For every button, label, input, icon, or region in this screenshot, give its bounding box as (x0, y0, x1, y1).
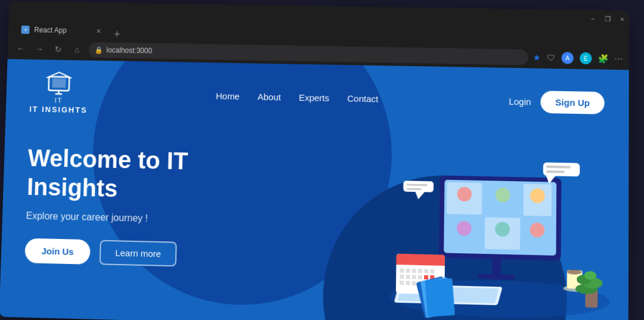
url-text: localhost:3000 (106, 46, 152, 55)
close-window-button[interactable]: × (620, 16, 624, 23)
menu-icon[interactable]: ⋯ (614, 54, 623, 64)
logo-icon (44, 72, 74, 96)
join-us-button[interactable]: Join Us (24, 238, 91, 265)
svg-rect-46 (400, 281, 404, 285)
minimize-button[interactable]: − (591, 15, 595, 22)
svg-rect-60 (425, 278, 455, 317)
hero-title: Welcome to IT Insights (26, 144, 253, 206)
new-tab-button[interactable]: + (110, 29, 124, 39)
page-content: IT IT INSIGHTS Home About Experts Contac… (0, 59, 629, 320)
svg-rect-40 (400, 275, 404, 279)
nav-about[interactable]: About (258, 92, 281, 102)
back-button[interactable]: ← (14, 41, 28, 55)
browser-window: − ❐ × ⚛ React App × + ← → ↻ ⌂ 🔒 localhos… (0, 1, 629, 320)
active-tab[interactable]: ⚛ React App × (14, 21, 109, 39)
hero-subtitle: Explore your career journey ! (26, 210, 604, 234)
home-button[interactable]: ⌂ (70, 42, 84, 57)
shield-icon[interactable]: 🛡 (547, 53, 555, 63)
hero-section: Welcome to IT Insights Explore your care… (1, 125, 629, 278)
screenshot-wrapper: − ❐ × ⚛ React App × + ← → ↻ ⌂ 🔒 localhos… (0, 0, 644, 320)
restore-button[interactable]: ❐ (605, 15, 611, 22)
logo-text: IT IT INSIGHTS (29, 95, 88, 115)
profile-icon[interactable]: A (562, 52, 574, 64)
login-button[interactable]: Login (509, 97, 531, 107)
lock-icon: 🔒 (95, 46, 103, 54)
title-bar-controls: − ❐ × (591, 15, 624, 23)
bookmark-star-icon[interactable]: ★ (533, 52, 541, 62)
forward-button[interactable]: → (32, 42, 47, 56)
refresh-button[interactable]: ↻ (51, 42, 65, 57)
tab-close-button[interactable]: × (96, 27, 101, 35)
nav-contact[interactable]: Contact (347, 94, 378, 104)
nav-links: Home About Experts Contact (216, 91, 379, 104)
nav-actions: Login Sign Up (509, 90, 605, 114)
svg-rect-44 (424, 275, 428, 279)
navbar: IT IT INSIGHTS Home About Experts Contac… (5, 59, 629, 138)
extensions-icon[interactable]: 🧩 (598, 54, 608, 64)
svg-rect-41 (405, 275, 410, 279)
tab-title: React App (34, 26, 92, 35)
tab-favicon: ⚛ (21, 26, 30, 34)
logo-brand: IT INSIGHTS (29, 104, 88, 114)
toolbar-icons: ★ 🛡 A E 🧩 ⋯ (533, 51, 623, 65)
nav-experts[interactable]: Experts (299, 92, 329, 103)
logo: IT IT INSIGHTS (29, 72, 88, 115)
svg-rect-43 (418, 275, 422, 279)
svg-rect-42 (412, 275, 416, 279)
signup-button[interactable]: Sign Up (541, 91, 605, 114)
learn-more-button[interactable]: Learn more (100, 240, 177, 267)
nav-home[interactable]: Home (216, 91, 240, 101)
svg-rect-47 (405, 281, 410, 285)
svg-rect-48 (412, 281, 416, 285)
svg-rect-1 (52, 79, 66, 88)
extension-icon[interactable]: E (580, 52, 592, 65)
